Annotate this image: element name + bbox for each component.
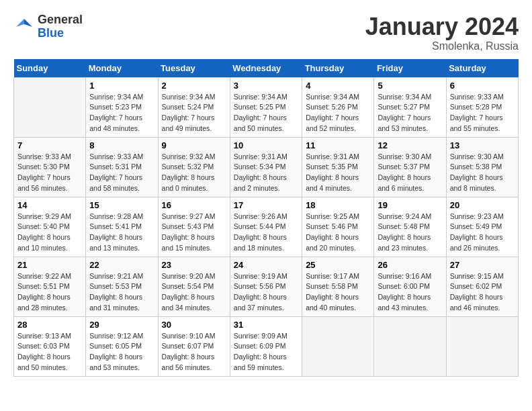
day-info: Sunrise: 9:25 AM Sunset: 5:46 PM Dayligh…: [306, 212, 370, 254]
day-number: 13: [450, 140, 515, 150]
calendar-cell: 29Sunrise: 9:12 AM Sunset: 6:05 PM Dayli…: [86, 316, 158, 376]
day-info: Sunrise: 9:31 AM Sunset: 5:35 PM Dayligh…: [306, 152, 370, 194]
day-info: Sunrise: 9:19 AM Sunset: 5:56 PM Dayligh…: [234, 271, 298, 314]
column-header-thursday: Thursday: [302, 59, 374, 78]
day-number: 28: [17, 320, 82, 330]
day-number: 17: [234, 200, 298, 210]
day-number: 3: [234, 81, 298, 91]
calendar-cell: 23Sunrise: 9:20 AM Sunset: 5:54 PM Dayli…: [158, 257, 230, 316]
calendar-cell: 26Sunrise: 9:16 AM Sunset: 6:00 PM Dayli…: [374, 257, 446, 316]
day-number: 6: [450, 81, 515, 91]
calendar-cell: 25Sunrise: 9:17 AM Sunset: 5:58 PM Dayli…: [302, 257, 374, 316]
day-info: Sunrise: 9:13 AM Sunset: 6:03 PM Dayligh…: [17, 331, 82, 373]
calendar-cell: 20Sunrise: 9:23 AM Sunset: 5:49 PM Dayli…: [446, 197, 518, 257]
day-number: 14: [17, 200, 82, 210]
calendar-cell: 11Sunrise: 9:31 AM Sunset: 5:35 PM Dayli…: [302, 137, 374, 197]
calendar-table: SundayMondayTuesdayWednesdayThursdayFrid…: [13, 59, 519, 377]
day-number: 19: [378, 200, 442, 210]
calendar-cell: 2Sunrise: 9:34 AM Sunset: 5:24 PM Daylig…: [158, 77, 230, 137]
calendar-cell: [446, 316, 518, 376]
day-info: Sunrise: 9:34 AM Sunset: 5:25 PM Dayligh…: [234, 92, 298, 134]
location: Smolenka, Russia: [365, 40, 519, 52]
day-info: Sunrise: 9:17 AM Sunset: 5:58 PM Dayligh…: [306, 271, 370, 314]
day-number: 5: [378, 81, 442, 91]
svg-marker-0: [24, 19, 32, 27]
day-info: Sunrise: 9:34 AM Sunset: 5:26 PM Dayligh…: [306, 92, 370, 134]
day-number: 4: [306, 81, 370, 91]
column-header-tuesday: Tuesday: [158, 59, 230, 78]
calendar-cell: [302, 316, 374, 376]
calendar-cell: [374, 316, 446, 376]
calendar-week-row: 21Sunrise: 9:22 AM Sunset: 5:51 PM Dayli…: [14, 257, 519, 316]
calendar-cell: 9Sunrise: 9:32 AM Sunset: 5:32 PM Daylig…: [158, 137, 230, 197]
day-info: Sunrise: 9:34 AM Sunset: 5:27 PM Dayligh…: [378, 92, 442, 134]
day-number: 29: [89, 320, 154, 330]
calendar-cell: 12Sunrise: 9:30 AM Sunset: 5:37 PM Dayli…: [374, 137, 446, 197]
day-number: 9: [162, 140, 226, 150]
day-info: Sunrise: 9:22 AM Sunset: 5:51 PM Dayligh…: [17, 271, 82, 314]
day-number: 21: [17, 260, 82, 270]
calendar-cell: 13Sunrise: 9:30 AM Sunset: 5:38 PM Dayli…: [446, 137, 518, 197]
calendar-cell: 24Sunrise: 9:19 AM Sunset: 5:56 PM Dayli…: [230, 257, 302, 316]
day-number: 2: [162, 81, 226, 91]
day-number: 23: [162, 260, 226, 270]
calendar-cell: 22Sunrise: 9:21 AM Sunset: 5:53 PM Dayli…: [86, 257, 158, 316]
calendar-cell: 5Sunrise: 9:34 AM Sunset: 5:27 PM Daylig…: [374, 77, 446, 137]
calendar-cell: 14Sunrise: 9:29 AM Sunset: 5:40 PM Dayli…: [14, 197, 86, 257]
calendar-cell: 16Sunrise: 9:27 AM Sunset: 5:43 PM Dayli…: [158, 197, 230, 257]
calendar-week-row: 1Sunrise: 9:34 AM Sunset: 5:23 PM Daylig…: [14, 77, 519, 137]
calendar-cell: 15Sunrise: 9:28 AM Sunset: 5:41 PM Dayli…: [86, 197, 158, 257]
day-info: Sunrise: 9:33 AM Sunset: 5:28 PM Dayligh…: [450, 92, 515, 134]
day-number: 18: [306, 200, 370, 210]
day-number: 22: [89, 260, 154, 270]
svg-marker-1: [16, 19, 24, 27]
calendar-header-row: SundayMondayTuesdayWednesdayThursdayFrid…: [14, 59, 519, 78]
day-info: Sunrise: 9:28 AM Sunset: 5:41 PM Dayligh…: [89, 212, 154, 254]
day-number: 7: [17, 140, 82, 150]
day-info: Sunrise: 9:34 AM Sunset: 5:23 PM Dayligh…: [89, 92, 154, 134]
day-info: Sunrise: 9:20 AM Sunset: 5:54 PM Dayligh…: [162, 271, 226, 314]
day-info: Sunrise: 9:29 AM Sunset: 5:40 PM Dayligh…: [17, 212, 82, 254]
logo: General Blue: [13, 13, 83, 40]
calendar-cell: 1Sunrise: 9:34 AM Sunset: 5:23 PM Daylig…: [86, 77, 158, 137]
calendar-cell: 27Sunrise: 9:15 AM Sunset: 6:02 PM Dayli…: [446, 257, 518, 316]
day-number: 31: [234, 320, 298, 330]
calendar-cell: 8Sunrise: 9:33 AM Sunset: 5:31 PM Daylig…: [86, 137, 158, 197]
day-info: Sunrise: 9:33 AM Sunset: 5:30 PM Dayligh…: [17, 152, 82, 194]
day-number: 16: [162, 200, 226, 210]
column-header-wednesday: Wednesday: [230, 59, 302, 78]
day-number: 11: [306, 140, 370, 150]
month-title: January 2024: [365, 13, 519, 40]
day-info: Sunrise: 9:23 AM Sunset: 5:49 PM Dayligh…: [450, 212, 515, 254]
day-number: 8: [89, 140, 154, 150]
day-number: 26: [378, 260, 442, 270]
day-info: Sunrise: 9:15 AM Sunset: 6:02 PM Dayligh…: [450, 271, 515, 314]
day-number: 12: [378, 140, 442, 150]
column-header-monday: Monday: [86, 59, 158, 78]
calendar-cell: 28Sunrise: 9:13 AM Sunset: 6:03 PM Dayli…: [14, 316, 86, 376]
day-number: 20: [450, 200, 515, 210]
calendar-cell: 17Sunrise: 9:26 AM Sunset: 5:44 PM Dayli…: [230, 197, 302, 257]
day-number: 10: [234, 140, 298, 150]
day-info: Sunrise: 9:24 AM Sunset: 5:48 PM Dayligh…: [378, 212, 442, 254]
calendar-cell: 31Sunrise: 9:09 AM Sunset: 6:09 PM Dayli…: [230, 316, 302, 376]
calendar-week-row: 14Sunrise: 9:29 AM Sunset: 5:40 PM Dayli…: [14, 197, 519, 257]
calendar-cell: 21Sunrise: 9:22 AM Sunset: 5:51 PM Dayli…: [14, 257, 86, 316]
calendar-cell: [14, 77, 86, 137]
calendar-cell: 10Sunrise: 9:31 AM Sunset: 5:34 PM Dayli…: [230, 137, 302, 197]
calendar-cell: 18Sunrise: 9:25 AM Sunset: 5:46 PM Dayli…: [302, 197, 374, 257]
day-number: 24: [234, 260, 298, 270]
calendar-cell: 3Sunrise: 9:34 AM Sunset: 5:25 PM Daylig…: [230, 77, 302, 137]
day-info: Sunrise: 9:34 AM Sunset: 5:24 PM Dayligh…: [162, 92, 226, 134]
calendar-cell: 30Sunrise: 9:10 AM Sunset: 6:07 PM Dayli…: [158, 316, 230, 376]
day-info: Sunrise: 9:21 AM Sunset: 5:53 PM Dayligh…: [89, 271, 154, 314]
column-header-friday: Friday: [374, 59, 446, 78]
day-number: 30: [162, 320, 226, 330]
calendar-week-row: 7Sunrise: 9:33 AM Sunset: 5:30 PM Daylig…: [14, 137, 519, 197]
day-info: Sunrise: 9:30 AM Sunset: 5:37 PM Dayligh…: [378, 152, 442, 194]
day-info: Sunrise: 9:32 AM Sunset: 5:32 PM Dayligh…: [162, 152, 226, 194]
day-info: Sunrise: 9:26 AM Sunset: 5:44 PM Dayligh…: [234, 212, 298, 254]
column-header-saturday: Saturday: [446, 59, 518, 78]
day-number: 25: [306, 260, 370, 270]
day-number: 15: [89, 200, 154, 210]
